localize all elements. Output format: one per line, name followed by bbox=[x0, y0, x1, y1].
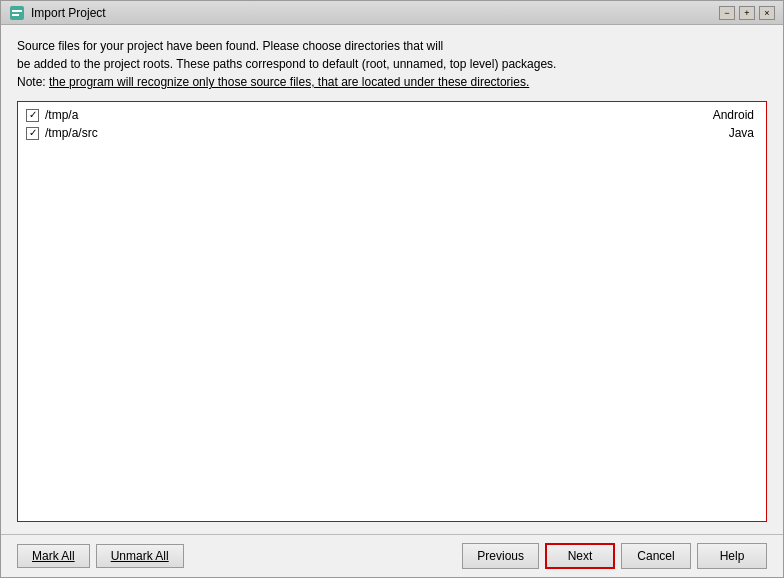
window-icon bbox=[9, 5, 25, 21]
mark-all-button[interactable]: Mark All bbox=[17, 544, 90, 568]
checkbox-tmp-a[interactable] bbox=[26, 109, 39, 122]
item-label-2: /tmp/a/src bbox=[45, 126, 98, 140]
main-content: Source files for your project have been … bbox=[1, 25, 783, 534]
close-button[interactable]: × bbox=[759, 6, 775, 20]
row-left-1: /tmp/a bbox=[26, 108, 78, 122]
import-project-window: Import Project − + × Source files for yo… bbox=[0, 0, 784, 578]
bottom-bar: Mark All Unmark All Previous Next Cancel… bbox=[1, 534, 783, 577]
svg-rect-2 bbox=[12, 14, 19, 16]
row-left-2: /tmp/a/src bbox=[26, 126, 98, 140]
list-inner: /tmp/a Android /tmp/a/src Java bbox=[18, 102, 766, 146]
description-text: Source files for your project have been … bbox=[17, 37, 767, 91]
item-type-2: Java bbox=[729, 126, 754, 140]
help-button[interactable]: Help bbox=[697, 543, 767, 569]
cancel-button[interactable]: Cancel bbox=[621, 543, 691, 569]
item-label-1: /tmp/a bbox=[45, 108, 78, 122]
title-bar: Import Project − + × bbox=[1, 1, 783, 25]
table-row: /tmp/a Android bbox=[22, 106, 762, 124]
unmark-all-button[interactable]: Unmark All bbox=[96, 544, 184, 568]
table-row: /tmp/a/src Java bbox=[22, 124, 762, 142]
previous-button[interactable]: Previous bbox=[462, 543, 539, 569]
bottom-left-buttons: Mark All Unmark All bbox=[17, 544, 462, 568]
title-bar-controls: − + × bbox=[719, 6, 775, 20]
minimize-button[interactable]: − bbox=[719, 6, 735, 20]
svg-rect-0 bbox=[10, 6, 24, 20]
item-type-1: Android bbox=[713, 108, 754, 122]
directory-list: /tmp/a Android /tmp/a/src Java bbox=[17, 101, 767, 522]
bottom-right-buttons: Previous Next Cancel Help bbox=[462, 543, 767, 569]
svg-rect-1 bbox=[12, 10, 22, 12]
window-title: Import Project bbox=[31, 6, 106, 20]
next-button[interactable]: Next bbox=[545, 543, 615, 569]
rows-area: /tmp/a Android /tmp/a/src Java bbox=[22, 106, 762, 142]
maximize-button[interactable]: + bbox=[739, 6, 755, 20]
title-bar-left: Import Project bbox=[9, 5, 106, 21]
checkbox-tmp-a-src[interactable] bbox=[26, 127, 39, 140]
